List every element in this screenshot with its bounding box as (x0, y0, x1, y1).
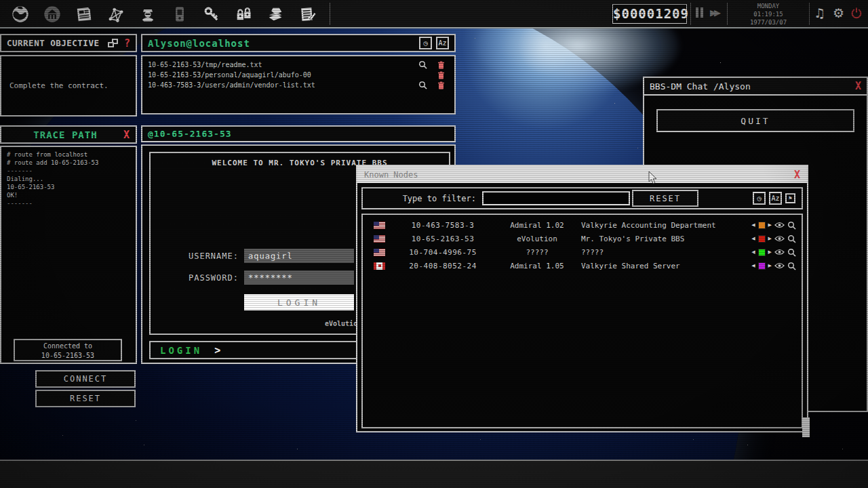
inspect-node-icon[interactable] (787, 235, 796, 243)
delete-file-icon[interactable] (433, 71, 449, 79)
view-file-icon[interactable] (412, 81, 433, 89)
filter-bar: Type to filter: RESET ◷ Az ⚑ (361, 187, 803, 209)
objective-panel: Complete the contract. (0, 55, 137, 117)
news-icon[interactable] (73, 3, 94, 24)
restore-window-icon[interactable] (108, 39, 118, 47)
file-path: 10-65-2163-53/personal/aquagirl/abufo-00 (148, 71, 412, 79)
software-icon[interactable] (264, 3, 285, 24)
file-path: 10-65-2163-53/tmp/readme.txt (148, 61, 412, 68)
objective-title: CURRENT OBJECTIVE (7, 38, 108, 48)
node-row: 10-704-4996-75 ????? ????? ◀ ▶ (363, 245, 802, 259)
file-row: 10-65-2163-53/personal/aquagirl/abufo-00 (148, 70, 449, 80)
chat-title: BBS-DM Chat /Alyson (650, 81, 855, 92)
chevron-right-icon: > (214, 344, 220, 357)
close-icon[interactable]: X (794, 169, 800, 181)
color-prev-icon[interactable]: ◀ (751, 236, 755, 241)
node-color-swatch[interactable] (758, 235, 766, 243)
delete-file-icon[interactable] (433, 81, 449, 89)
power-icon[interactable] (850, 7, 863, 22)
sort-time-button[interactable]: ◷ (419, 37, 432, 49)
known-nodes-titlebar[interactable]: Known Nodes X (357, 166, 807, 183)
color-next-icon[interactable]: ▶ (768, 236, 772, 241)
music-icon[interactable]: ♫ (814, 5, 825, 20)
objective-text: Complete the contract. (9, 81, 108, 90)
bank-icon[interactable] (41, 3, 62, 24)
color-prev-icon[interactable]: ◀ (751, 249, 755, 255)
watch-node-icon[interactable] (774, 222, 785, 228)
country-flag-icon (374, 262, 385, 270)
password-field[interactable] (244, 270, 354, 285)
gear-icon[interactable]: ⚙ (833, 5, 844, 20)
filter-input[interactable] (482, 191, 630, 205)
username-field[interactable] (244, 249, 354, 263)
world-icon[interactable] (9, 3, 31, 24)
color-next-icon[interactable]: ▶ (768, 263, 772, 268)
inspect-node-icon[interactable] (787, 221, 796, 230)
delete-file-icon[interactable] (433, 61, 449, 69)
node-description: ????? (581, 248, 736, 257)
keys-icon[interactable] (201, 3, 222, 24)
color-next-icon[interactable]: ▶ (768, 222, 772, 228)
sort-time-button[interactable]: ◷ (753, 192, 766, 205)
watch-node-icon[interactable] (774, 249, 785, 256)
view-file-icon[interactable] (412, 60, 433, 69)
watch-node-icon[interactable] (774, 235, 785, 242)
trace-title: TRACE PATH (7, 129, 123, 140)
clock-date: 1977/03/07 (730, 18, 807, 26)
bbs-title: @10-65-2163-53 (148, 129, 232, 139)
node-number: 10-65-2163-53 (393, 235, 493, 243)
color-prev-icon[interactable]: ◀ (751, 222, 755, 228)
contracts-icon[interactable] (137, 3, 158, 24)
files-title: Alyson@localhost (148, 38, 415, 49)
sort-flag-button[interactable]: ⚑ (785, 193, 795, 203)
chat-titlebar: BBS-DM Chat /Alyson X (644, 78, 867, 96)
money-display: $00001209 (612, 4, 687, 24)
clock-display: MONDAY 01:19:15 1977/03/07 (730, 2, 807, 26)
node-row: 20-408-8052-24 Admiral 1.05 Valkyrie Sha… (363, 259, 802, 272)
node-list: 10-463-7583-3 Admiral 1.02 Valkyrie Acco… (361, 214, 803, 428)
trace-line: # route add 10-65-2163-53 (7, 159, 130, 167)
inspect-node-icon[interactable] (787, 262, 796, 270)
trace-line: ------- (7, 199, 130, 207)
reset-trace-button[interactable]: RESET (35, 390, 136, 407)
connect-button[interactable]: CONNECT (35, 370, 136, 388)
node-software: eVolution (493, 235, 581, 243)
node-color-swatch[interactable] (758, 249, 766, 256)
close-icon[interactable]: X (855, 80, 861, 92)
trace-panel: # route from localhost # route add 10-65… (0, 146, 137, 364)
node-description: Valkyrie Shared Server (581, 262, 736, 270)
known-nodes-window: Known Nodes X Type to filter: RESET ◷ Az… (356, 165, 808, 432)
watch-node-icon[interactable] (774, 262, 785, 269)
resize-handle[interactable] (802, 418, 810, 437)
sort-az-button[interactable]: Az (769, 192, 782, 205)
inspect-node-icon[interactable] (787, 248, 796, 257)
quit-button[interactable]: QUIT (656, 109, 854, 132)
encryption-icon[interactable] (233, 3, 254, 24)
node-number: 20-408-8052-24 (393, 262, 493, 270)
phone-icon[interactable] (169, 3, 190, 24)
help-icon[interactable]: ? (124, 37, 130, 49)
trace-line: ------- (7, 167, 130, 175)
bbs-login-button[interactable]: LOGIN (244, 294, 354, 310)
top-toolbar: $00001209 ▶▶ MONDAY 01:19:15 1977/03/07 … (0, 0, 868, 28)
file-row: 10-463-7583-3/users/admin/vendor-list.tx… (148, 80, 449, 90)
node-color-swatch[interactable] (758, 262, 766, 270)
known-nodes-title: Known Nodes (364, 170, 794, 180)
color-next-icon[interactable]: ▶ (768, 249, 772, 255)
node-number: 10-463-7583-3 (393, 221, 493, 230)
close-icon[interactable]: X (123, 129, 130, 141)
filter-label: Type to filter: (369, 194, 476, 203)
pause-icon[interactable] (696, 7, 703, 18)
filter-reset-button[interactable]: RESET (632, 190, 698, 207)
trace-titlebar: TRACE PATH X (0, 125, 137, 144)
node-color-swatch[interactable] (758, 222, 766, 229)
toolbar-separator (727, 3, 728, 25)
sort-az-button[interactable]: Az (436, 37, 449, 49)
country-flag-icon (374, 235, 385, 243)
notes-icon[interactable] (296, 3, 317, 24)
network-icon[interactable] (105, 3, 126, 24)
color-prev-icon[interactable]: ◀ (751, 263, 755, 268)
clock-time: 01:19:15 (730, 10, 807, 18)
node-software: Admiral 1.05 (493, 262, 581, 270)
fast-forward-icon[interactable]: ▶▶ (710, 7, 718, 18)
